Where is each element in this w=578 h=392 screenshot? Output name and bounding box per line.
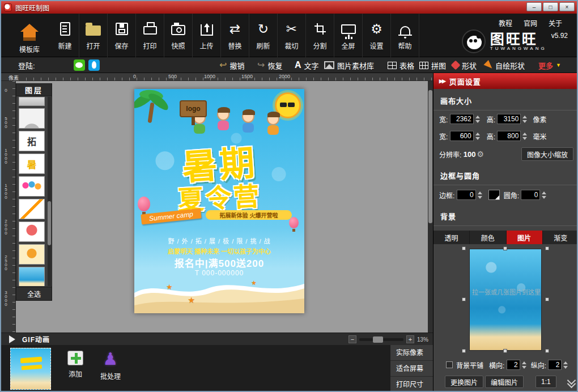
crop-button[interactable]: ✂裁切 — [278, 14, 306, 57]
collapse-chevron-icon[interactable] — [564, 376, 578, 388]
resize-handle[interactable] — [503, 349, 507, 353]
puzzle-grid-icon — [419, 62, 428, 69]
tutorial-link[interactable]: 教程 — [499, 18, 512, 28]
resolution-gear-icon[interactable]: ⚙ — [477, 150, 484, 159]
border-spinner[interactable] — [477, 189, 483, 201]
tile-horizontal-input[interactable] — [507, 360, 520, 370]
replace-button[interactable]: ⇄替换 — [221, 14, 249, 57]
resize-handle[interactable] — [545, 246, 549, 250]
canvas-scrollbar[interactable] — [428, 81, 433, 333]
settings-button[interactable]: ⚙设置 — [363, 14, 391, 57]
split-button[interactable]: 分割 — [306, 14, 334, 57]
change-image-button[interactable]: 更换图片 — [445, 376, 483, 388]
layer-thumbnail[interactable] — [19, 97, 45, 106]
redo-button[interactable]: ↪恢复 — [257, 57, 282, 73]
width-px-input[interactable] — [450, 114, 474, 124]
page-thumbnail[interactable] — [10, 348, 51, 390]
layer-thumbnail[interactable] — [19, 108, 45, 129]
height-mm-spinner[interactable] — [521, 130, 528, 142]
template-library-button[interactable]: 模板库 — [9, 18, 50, 54]
height-px-spinner[interactable] — [521, 113, 528, 125]
maximize-button[interactable]: □ — [543, 2, 558, 11]
fullscreen-button[interactable]: 全屏 — [334, 14, 363, 57]
wechat-login-button[interactable] — [74, 57, 85, 73]
print-button[interactable]: 打印 — [136, 14, 164, 57]
canvas-area[interactable]: logo 暑期 夏令营 Summer camp 拓展新体验 火爆开营啦 野 / … — [16, 81, 433, 333]
tab-image[interactable]: 图片 — [507, 231, 543, 244]
resize-handle[interactable] — [462, 349, 466, 353]
table-tool-button[interactable]: 表格 — [388, 57, 414, 73]
edit-image-button[interactable]: 编辑图片 — [485, 376, 524, 388]
batch-process-button[interactable]: ♟ 批处理 — [94, 351, 127, 381]
layer-thumbnail[interactable] — [19, 244, 45, 265]
layer-thumbnail[interactable] — [19, 221, 45, 242]
undo-button[interactable]: ↩撤销 — [219, 57, 244, 73]
more-button[interactable]: 更多▼ — [538, 57, 561, 73]
official-site-link[interactable]: 官网 — [524, 18, 537, 28]
open-button[interactable]: 打开 — [79, 14, 108, 57]
layer-thumbnail[interactable]: 暑 — [19, 154, 45, 174]
add-page-button[interactable]: 添加 — [59, 351, 92, 378]
minimize-button[interactable]: – — [526, 2, 542, 11]
qq-login-button[interactable] — [88, 57, 100, 73]
layers-scrollbar[interactable] — [48, 97, 51, 286]
width-mm-spinner[interactable] — [474, 130, 481, 142]
about-link[interactable]: 关于 — [549, 18, 562, 28]
print-size-option[interactable]: 打印尺寸 — [390, 377, 433, 392]
scrollbar-thumb[interactable] — [48, 201, 51, 245]
tile-vertical-input[interactable] — [548, 360, 562, 370]
help-button[interactable]: 帮助 — [391, 14, 419, 57]
resize-handle[interactable] — [545, 349, 549, 353]
corner-radius-input[interactable] — [521, 190, 540, 200]
tab-gradient[interactable]: 渐变 — [543, 231, 578, 244]
resize-handle[interactable] — [545, 297, 549, 301]
layer-thumbnail[interactable] — [19, 267, 45, 286]
save-button[interactable]: 保存 — [108, 14, 136, 57]
layer-thumbnail[interactable]: 拓 — [19, 131, 45, 151]
zoom-out-button[interactable]: − — [348, 335, 356, 343]
border-color-swatch[interactable] — [488, 190, 500, 200]
ratio-button[interactable]: 1:1 — [536, 376, 556, 388]
layer-thumbnail[interactable] — [19, 176, 45, 197]
width-mm-input[interactable] — [450, 131, 474, 141]
scrollbar-thumb[interactable] — [428, 90, 432, 223]
tab-transparent[interactable]: 透明 — [434, 231, 470, 244]
upload-button[interactable]: 上传 — [193, 14, 221, 57]
fit-screen-option[interactable]: 适合屏幕 — [390, 361, 433, 377]
border-width-input[interactable] — [457, 190, 476, 200]
text-tool-button[interactable]: A文字 — [295, 57, 319, 73]
image-scale-button[interactable]: 图像大小缩放 — [521, 147, 573, 161]
tile-vertical-spinner[interactable] — [562, 359, 569, 370]
shape-tool-button[interactable]: 形状 — [452, 57, 477, 73]
gear-icon: ⚙ — [371, 21, 382, 37]
refresh-button[interactable]: ↻刷新 — [249, 14, 278, 57]
tab-color[interactable]: 颜色 — [470, 231, 506, 244]
actual-pixels-option[interactable]: 实际像素 — [390, 345, 433, 361]
new-file-button[interactable]: 新建 — [51, 14, 79, 57]
puzzle-tool-button[interactable]: 拼图 — [419, 57, 446, 73]
height-label: 高: — [487, 114, 495, 124]
resize-handle[interactable] — [462, 246, 466, 250]
height-mm-input[interactable] — [497, 131, 521, 141]
tile-horizontal-spinner[interactable] — [521, 359, 528, 370]
play-icon[interactable] — [9, 335, 15, 343]
poster-document[interactable]: logo 暑期 夏令营 Summer camp 拓展新体验 火爆开营啦 野 / … — [134, 89, 304, 313]
draw-shape-button[interactable]: 自绘形状 — [486, 57, 525, 73]
layer-thumbnail[interactable] — [19, 199, 45, 219]
height-px-input[interactable] — [497, 114, 521, 124]
image-library-button[interactable]: 图片素材库 — [324, 57, 374, 73]
ruler-mark: 3000 — [3, 290, 8, 306]
zoom-slider[interactable] — [359, 338, 403, 341]
width-px-spinner[interactable] — [474, 113, 481, 125]
close-button[interactable]: × — [559, 2, 575, 11]
resize-handle[interactable] — [503, 246, 507, 250]
background-image-preview[interactable] — [469, 249, 542, 351]
tile-checkbox[interactable] — [446, 361, 453, 368]
select-all-button[interactable]: 全选 — [16, 287, 52, 300]
snapshot-button[interactable]: 快照 — [164, 14, 193, 57]
radius-spinner[interactable] — [541, 189, 547, 201]
zoom-in-button[interactable]: + — [406, 335, 414, 343]
gif-animation-label: GIF动画 — [22, 334, 50, 344]
resize-handle[interactable] — [462, 297, 466, 301]
zoom-slider-handle[interactable] — [373, 336, 383, 343]
